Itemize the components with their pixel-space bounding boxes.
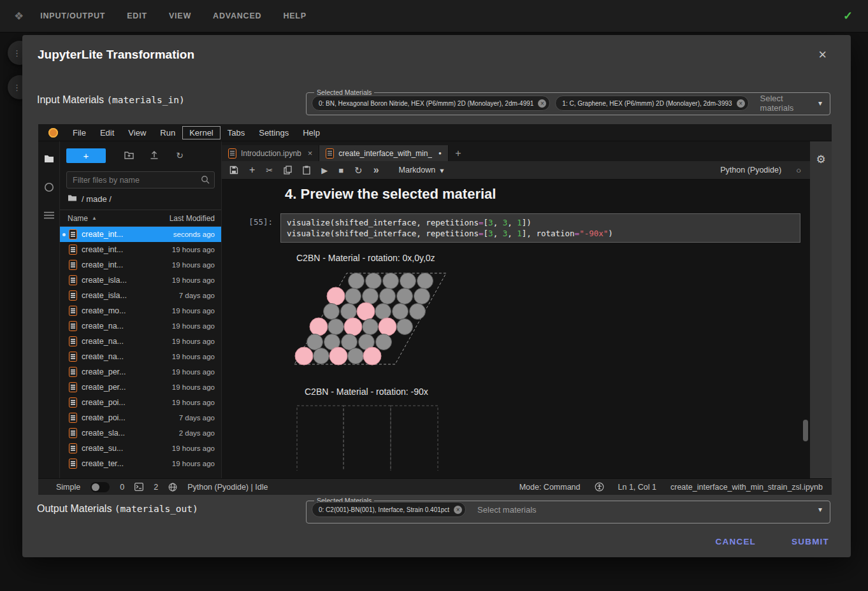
- insert-cell-icon[interactable]: +: [249, 165, 255, 175]
- stop-kernel-icon[interactable]: ■: [338, 166, 344, 174]
- filter-files-input[interactable]: [66, 171, 215, 189]
- file-row[interactable]: create_poi...7 days ago: [60, 410, 221, 425]
- code-cell[interactable]: visualize(shifted_interface, repetitions…: [280, 213, 800, 243]
- open-indicator-dot: [62, 233, 66, 236]
- cursor-position[interactable]: Ln 1, Col 1: [618, 483, 656, 492]
- file-row[interactable]: create_isla...19 hours ago: [60, 273, 221, 288]
- file-row[interactable]: create_int...seconds ago: [60, 227, 221, 242]
- tab-close-icon[interactable]: ×: [308, 148, 313, 158]
- file-row[interactable]: create_na...19 hours ago: [60, 349, 221, 364]
- atom-gray: [393, 304, 409, 320]
- notebook-file-icon: [69, 428, 77, 438]
- restart-run-all-icon[interactable]: »: [373, 165, 379, 175]
- file-row[interactable]: create_su...19 hours ago: [60, 441, 221, 456]
- chevron-down-icon[interactable]: ▾: [818, 505, 822, 514]
- app-logo-icon[interactable]: ❖: [14, 10, 24, 23]
- new-folder-icon[interactable]: [116, 151, 141, 160]
- home-folder-icon[interactable]: [68, 194, 77, 204]
- chip-delete-icon[interactable]: ×: [538, 99, 546, 108]
- new-tab-button[interactable]: +: [449, 145, 468, 161]
- kernel-name[interactable]: Python (Pyodide): [720, 166, 781, 174]
- chip-delete-icon[interactable]: ×: [454, 506, 462, 514]
- jp-menu-settings[interactable]: Settings: [252, 126, 296, 139]
- notebook-file-icon: [69, 413, 77, 423]
- structure-plot-2: [293, 404, 446, 471]
- notebook-scrollbar[interactable]: [803, 181, 808, 477]
- file-row[interactable]: create_isla...7 days ago: [60, 288, 221, 303]
- file-name: create_na...: [82, 322, 168, 331]
- paste-cell-icon[interactable]: [303, 166, 310, 174]
- notebook-file-icon: [69, 459, 77, 469]
- accessibility-icon[interactable]: [595, 482, 604, 492]
- file-row[interactable]: create_ter...19 hours ago: [60, 456, 221, 471]
- jp-menu-edit[interactable]: Edit: [93, 126, 121, 139]
- file-row[interactable]: create_per...19 hours ago: [60, 364, 221, 380]
- file-modified: 7 days ago: [179, 414, 215, 422]
- chip-delete-icon[interactable]: ×: [737, 99, 745, 108]
- restart-kernel-icon[interactable]: ↻: [354, 166, 363, 175]
- file-modified: 19 hours ago: [172, 322, 215, 330]
- editor-tab[interactable]: create_interface_with_min_●: [319, 145, 449, 161]
- file-row[interactable]: create_per...19 hours ago: [60, 380, 221, 395]
- breadcrumb[interactable]: / made /: [60, 189, 221, 210]
- topbar-menu-view[interactable]: VIEW: [169, 11, 191, 20]
- submit-button[interactable]: SUBMIT: [788, 536, 833, 547]
- topbar-menu-input-output[interactable]: INPUT/OUTPUT: [40, 11, 105, 20]
- cell-execution-count: [55]:: [222, 213, 280, 243]
- scrollbar-thumb[interactable]: [803, 420, 808, 441]
- file-row[interactable]: create_na...19 hours ago: [60, 334, 221, 349]
- simple-mode-toggle[interactable]: [90, 482, 110, 492]
- editor-tab[interactable]: Introduction.ipynb×: [222, 145, 319, 161]
- kernel-status-text[interactable]: Python (Pyodide) | Idle: [187, 483, 268, 492]
- save-icon[interactable]: [229, 166, 238, 174]
- cancel-button[interactable]: CANCEL: [712, 536, 760, 547]
- close-icon[interactable]: ×: [817, 46, 828, 63]
- output-materials-text: Output Materials: [37, 503, 115, 514]
- atom-gray: [341, 304, 357, 320]
- copy-cell-icon[interactable]: [284, 166, 292, 174]
- file-row[interactable]: create_na...19 hours ago: [60, 318, 221, 334]
- cut-cell-icon[interactable]: ✂: [266, 166, 273, 174]
- new-launcher-button[interactable]: +: [66, 148, 106, 163]
- output-materials-code: (materials_out): [115, 504, 198, 514]
- column-header-modified[interactable]: Last Modified: [170, 214, 215, 223]
- jp-menu-view[interactable]: View: [121, 126, 153, 139]
- column-header-name[interactable]: Name ▲: [68, 214, 170, 223]
- topbar-menu-advanced[interactable]: ADVANCED: [213, 11, 261, 20]
- file-row[interactable]: create_poi...19 hours ago: [60, 395, 221, 410]
- file-row[interactable]: create_int...19 hours ago: [60, 242, 221, 257]
- running-kernels-icon[interactable]: [44, 182, 54, 192]
- topbar-menu-help[interactable]: HELP: [283, 11, 307, 20]
- output-materials-select[interactable]: Selected Materials 0: C2(001)-BN(001), I…: [306, 497, 830, 523]
- chevron-down-icon: ▾: [440, 166, 444, 175]
- input-materials-select[interactable]: Selected Materials 0: BN, Hexagonal Boro…: [306, 89, 830, 115]
- jp-menu-file[interactable]: File: [66, 126, 93, 139]
- input-materials-chips: 0: BN, Hexagonal Boron Nitride, HEX (P6/…: [312, 96, 749, 111]
- topbar-menus: INPUT/OUTPUTEDITVIEWADVANCEDHELP: [40, 11, 307, 20]
- code-editor[interactable]: visualize(shifted_interface, repetitions…: [287, 217, 794, 239]
- command-mode-label[interactable]: Mode: Command: [519, 483, 581, 492]
- cell-type-dropdown[interactable]: Markdown ▾: [395, 165, 448, 176]
- markdown-heading[interactable]: 4. Preview the selected material: [285, 186, 810, 203]
- file-browser-icon[interactable]: [44, 154, 54, 163]
- settings-gear-icon[interactable]: ⚙: [816, 154, 825, 165]
- file-name: create_isla...: [82, 276, 168, 285]
- file-modified: 19 hours ago: [172, 276, 215, 284]
- unit-cell-outline: [344, 406, 391, 471]
- run-cell-icon[interactable]: ▶: [321, 166, 328, 174]
- atom-gray: [417, 273, 433, 289]
- chevron-down-icon[interactable]: ▾: [818, 99, 822, 108]
- jp-menu-tabs[interactable]: Tabs: [221, 126, 252, 139]
- jp-menu-kernel[interactable]: Kernel: [182, 126, 221, 139]
- file-row[interactable]: create_sla...2 days ago: [60, 425, 221, 441]
- file-row[interactable]: create_int...19 hours ago: [60, 257, 221, 273]
- topbar-menu-edit[interactable]: EDIT: [127, 11, 147, 20]
- kernels-count[interactable]: 2: [154, 483, 158, 492]
- file-row[interactable]: create_mo...19 hours ago: [60, 303, 221, 318]
- jp-menu-help[interactable]: Help: [296, 126, 327, 139]
- table-of-contents-icon[interactable]: [44, 211, 54, 219]
- refresh-icon[interactable]: ↻: [167, 151, 192, 160]
- terminals-count[interactable]: 0: [120, 483, 124, 492]
- jp-menu-run[interactable]: Run: [153, 126, 182, 139]
- upload-icon[interactable]: [141, 150, 167, 160]
